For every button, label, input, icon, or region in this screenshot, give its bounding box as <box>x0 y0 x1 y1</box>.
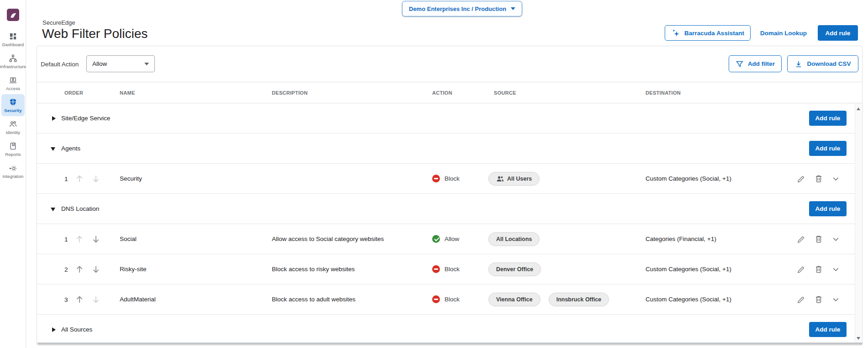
column-header-destination: DESTINATION <box>646 90 681 96</box>
horizontal-scrollbar[interactable] <box>37 343 863 345</box>
scroll-up-icon[interactable] <box>857 107 860 110</box>
rule-destination: Categories (Financial, +1) <box>646 236 716 242</box>
rule-actions <box>796 174 841 183</box>
breadcrumb: SecureEdge <box>42 19 75 26</box>
move-down-icon[interactable] <box>91 264 101 274</box>
delete-trash-icon[interactable] <box>814 264 823 274</box>
default-action-select[interactable]: Allow <box>86 55 155 72</box>
expand-triangle-icon[interactable] <box>52 116 56 121</box>
policy-group-row[interactable]: Site/Edge Service Add rule <box>37 103 855 134</box>
move-up-icon[interactable] <box>74 264 85 274</box>
policy-group-row[interactable]: Agents Add rule <box>37 134 855 164</box>
delete-trash-icon[interactable] <box>814 174 823 183</box>
rule-name: Security <box>120 175 142 182</box>
policy-rule-row: 2 Risky-site Block access to risky websi… <box>37 254 855 284</box>
source-chip: Innsbruck Office <box>549 293 609 306</box>
expand-chevron-icon[interactable] <box>831 174 841 183</box>
group-name: Agents <box>61 145 80 152</box>
group-add-rule-button[interactable]: Add rule <box>809 322 847 337</box>
sidebar-item-dashboard[interactable]: Dashboard <box>1 28 25 50</box>
add-rule-button[interactable]: Add rule <box>818 25 858 41</box>
policy-group-row[interactable]: DNS Location Add rule <box>37 194 855 224</box>
sidebar-item-label: Security <box>4 108 21 113</box>
download-csv-button[interactable]: Download CSV <box>787 55 858 72</box>
move-up-icon <box>74 234 85 244</box>
sidebar-item-label: Identity <box>6 130 20 135</box>
sidebar-item-infrastructure[interactable]: Infrastructure <box>1 50 25 72</box>
default-action-value: Allow <box>92 60 107 67</box>
rule-action: Block <box>432 295 460 303</box>
column-header-order: ORDER <box>64 90 83 96</box>
rule-name: AdultMaterial <box>120 296 156 303</box>
rule-action-label: Allow <box>445 236 459 242</box>
expand-triangle-icon[interactable] <box>52 327 56 332</box>
add-filter-label: Add filter <box>748 60 775 67</box>
edit-pencil-icon[interactable] <box>796 174 806 183</box>
sidebar-item-identity[interactable]: Identity <box>1 116 25 138</box>
block-icon <box>432 175 440 182</box>
sidebar-item-reports[interactable]: Reports <box>1 138 25 160</box>
source-chip: Denver Office <box>488 262 541 276</box>
chevron-down-icon <box>144 63 149 65</box>
sparkles-icon <box>671 28 680 37</box>
sidebar-item-label: Integration <box>3 174 24 179</box>
rule-order: 1 <box>64 236 71 243</box>
expand-chevron-icon[interactable] <box>831 234 841 244</box>
rule-action-label: Block <box>445 175 460 182</box>
web-filter-policies-card: Default Action Allow Add filter Download… <box>37 46 863 346</box>
source-chip-label: Denver Office <box>496 266 533 273</box>
policy-group-row[interactable]: All Sources Add rule <box>37 315 855 344</box>
vertical-scrollbar[interactable] <box>855 103 862 344</box>
source-chip: Vienna Office <box>488 293 540 306</box>
tenant-selector-label: Demo Enterprises Inc / Production <box>409 5 506 12</box>
rule-source-chips: Vienna OfficeInnsbruck Office <box>488 293 609 306</box>
sidebar-item-security[interactable]: Security <box>1 94 25 116</box>
expand-chevron-icon[interactable] <box>831 294 841 304</box>
edit-pencil-icon[interactable] <box>796 234 806 244</box>
move-down-icon[interactable] <box>91 234 101 244</box>
expand-chevron-icon[interactable] <box>831 264 841 274</box>
scroll-down-icon[interactable] <box>857 337 860 340</box>
download-csv-label: Download CSV <box>807 60 851 67</box>
column-header-description: DESCRIPTION <box>272 90 307 96</box>
domain-lookup-button[interactable]: Domain Lookup <box>755 25 812 41</box>
move-down-icon <box>91 174 101 184</box>
block-icon <box>432 265 440 273</box>
move-up-icon <box>74 174 85 184</box>
delete-trash-icon[interactable] <box>814 234 823 244</box>
policy-toolbar: Default Action Allow Add filter Download… <box>37 46 862 82</box>
source-chip-label: All Locations <box>496 236 532 242</box>
reports-icon <box>9 141 17 151</box>
group-add-rule-button[interactable]: Add rule <box>809 201 847 216</box>
rule-action: Block <box>432 265 460 273</box>
barracuda-assistant-button[interactable]: Barracuda Assistant <box>665 25 751 41</box>
sidebar-item-access[interactable]: Access <box>1 72 25 94</box>
sidebar-item-integration[interactable]: Integration <box>1 160 25 182</box>
column-header-source: SOURCE <box>494 90 516 96</box>
group-add-rule-button[interactable]: Add rule <box>809 111 847 126</box>
block-icon <box>432 295 440 303</box>
barracuda-wave-icon <box>9 11 17 19</box>
users-icon <box>496 175 504 182</box>
source-chip-label: Innsbruck Office <box>556 296 602 303</box>
add-filter-button[interactable]: Add filter <box>729 55 782 72</box>
edit-pencil-icon[interactable] <box>796 294 806 304</box>
move-up-icon[interactable] <box>74 294 85 305</box>
expand-triangle-icon[interactable] <box>51 208 55 211</box>
group-add-rule-button[interactable]: Add rule <box>809 141 847 156</box>
barracuda-logo[interactable] <box>7 9 19 21</box>
tenant-workspace-selector[interactable]: Demo Enterprises Inc / Production <box>402 1 522 16</box>
rule-description: Allow access to Social category websites <box>272 236 384 242</box>
domain-lookup-label: Domain Lookup <box>760 30 807 37</box>
allow-icon <box>432 235 440 243</box>
rules-table-body: Site/Edge Service Add rule Agents Add ru… <box>37 103 855 344</box>
rule-source-chips: All Users <box>488 172 540 186</box>
delete-trash-icon[interactable] <box>814 294 823 304</box>
expand-triangle-icon[interactable] <box>51 147 55 151</box>
rule-description: Block access to adult websites <box>272 296 355 303</box>
rule-name: Risky-site <box>120 266 147 273</box>
rule-action: Allow <box>432 235 459 243</box>
access-icon <box>9 75 17 85</box>
rule-order: 3 <box>64 296 71 303</box>
edit-pencil-icon[interactable] <box>796 264 806 274</box>
